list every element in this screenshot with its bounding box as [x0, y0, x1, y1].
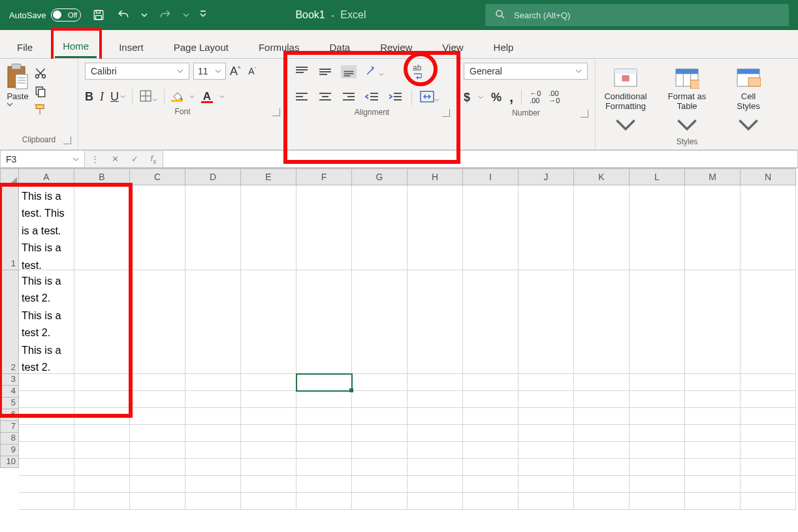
cell-B4[interactable] [74, 391, 130, 408]
cell-D1[interactable] [185, 185, 241, 270]
row-head-8[interactable]: 8 [0, 433, 19, 445]
cell-A9[interactable] [19, 476, 74, 493]
cell-N4[interactable] [741, 391, 796, 408]
row-head-2[interactable]: 2 [0, 270, 19, 374]
qat-dropdown-icon[interactable] [200, 10, 206, 21]
cell-N9[interactable] [741, 476, 796, 493]
cell-H1[interactable] [407, 185, 463, 270]
cell-G1[interactable] [352, 185, 407, 270]
cell-B10[interactable] [74, 493, 130, 510]
cell-C3[interactable] [130, 374, 185, 391]
italic-button[interactable]: I [100, 90, 104, 104]
cell-F6[interactable] [296, 425, 352, 442]
cell-M10[interactable] [685, 493, 741, 510]
cell-N5[interactable] [741, 408, 796, 425]
borders-icon[interactable] [139, 89, 157, 104]
cell-J9[interactable] [519, 476, 574, 493]
cell-J6[interactable] [519, 425, 574, 442]
autosave[interactable]: AutoSave Off [9, 8, 81, 22]
cell-C6[interactable] [130, 425, 185, 442]
cell-A5[interactable] [19, 408, 74, 425]
cell-D4[interactable] [185, 391, 241, 408]
cell-H5[interactable] [407, 408, 463, 425]
tab-data[interactable]: Data [321, 30, 358, 58]
cell-K9[interactable] [574, 476, 630, 493]
cell-F7[interactable] [296, 442, 352, 459]
tab-home[interactable]: Home [55, 30, 97, 58]
cell-N8[interactable] [741, 459, 796, 476]
save-icon[interactable] [91, 8, 106, 22]
formula-input[interactable] [163, 150, 798, 168]
cell-L1[interactable] [630, 185, 685, 270]
cell-I1[interactable] [463, 185, 519, 270]
increase-decimal-icon[interactable]: ←0.00 [530, 90, 541, 104]
cell-E3[interactable] [241, 374, 296, 391]
cell-N6[interactable] [741, 425, 796, 442]
cell-C1[interactable] [130, 185, 185, 270]
font-launcher-icon[interactable] [272, 108, 280, 116]
cell-E10[interactable] [241, 493, 296, 510]
cell-D3[interactable] [185, 374, 241, 391]
col-head-j[interactable]: J [519, 168, 574, 185]
percent-icon[interactable]: % [491, 91, 502, 104]
currency-icon[interactable]: $ [464, 91, 470, 104]
cell-E7[interactable] [241, 442, 296, 459]
cell-D2[interactable] [185, 270, 241, 374]
row-head-9[interactable]: 9 [0, 445, 19, 456]
comma-icon[interactable]: , [509, 89, 513, 106]
cell-K5[interactable] [574, 408, 630, 425]
font-color-icon[interactable]: A [201, 90, 213, 103]
cell-L6[interactable] [630, 425, 685, 442]
underline-button[interactable]: U [110, 90, 125, 104]
cell-N2[interactable] [741, 270, 796, 374]
redo-icon[interactable] [158, 8, 172, 22]
col-head-a[interactable]: A [19, 168, 74, 185]
col-head-k[interactable]: K [574, 168, 630, 185]
cell-K8[interactable] [574, 459, 630, 476]
cell-M3[interactable] [685, 374, 741, 391]
cell-B3[interactable] [74, 374, 130, 391]
row-head-5[interactable]: 5 [0, 398, 19, 409]
cell-I2[interactable] [463, 270, 519, 374]
copy-icon[interactable] [34, 85, 48, 99]
cell-K10[interactable] [574, 493, 630, 510]
cell-K4[interactable] [574, 391, 630, 408]
cell-L2[interactable] [630, 270, 685, 374]
cell-E9[interactable] [241, 476, 296, 493]
cell-I6[interactable] [463, 425, 519, 442]
cell-N7[interactable] [741, 442, 796, 459]
cell-N3[interactable] [741, 374, 796, 391]
cell-B8[interactable] [74, 459, 130, 476]
cell-E6[interactable] [241, 425, 296, 442]
cell-J10[interactable] [519, 493, 574, 510]
cell-C5[interactable] [130, 408, 185, 425]
cell-L4[interactable] [630, 391, 685, 408]
cell-A3[interactable] [19, 374, 74, 391]
cell-N10[interactable] [741, 493, 796, 510]
cell-K7[interactable] [574, 442, 630, 459]
cell-M9[interactable] [685, 476, 741, 493]
cell-A6[interactable] [19, 425, 74, 442]
cell-I3[interactable] [463, 374, 519, 391]
col-head-g[interactable]: G [352, 168, 407, 185]
cell-J4[interactable] [519, 391, 574, 408]
decrease-decimal-icon[interactable]: .00→0 [549, 90, 560, 104]
cell-G4[interactable] [352, 391, 407, 408]
cell-H8[interactable] [407, 459, 463, 476]
select-all-corner[interactable] [0, 168, 19, 185]
cell-F10[interactable] [296, 493, 352, 510]
cell-E2[interactable] [241, 270, 296, 374]
cell-K3[interactable] [574, 374, 630, 391]
cell-E8[interactable] [241, 459, 296, 476]
search-box[interactable]: Search (Alt+Q) [485, 4, 789, 26]
cell-G6[interactable] [352, 425, 407, 442]
cell-B2[interactable] [74, 270, 130, 374]
cell-A8[interactable] [19, 459, 74, 476]
cell-F3[interactable] [296, 374, 352, 391]
col-head-d[interactable]: D [185, 168, 241, 185]
increase-indent-icon[interactable] [388, 91, 404, 104]
cell-B9[interactable] [74, 476, 130, 493]
cell-H4[interactable] [407, 391, 463, 408]
cell-F5[interactable] [296, 408, 352, 425]
cell-G3[interactable] [352, 374, 407, 391]
